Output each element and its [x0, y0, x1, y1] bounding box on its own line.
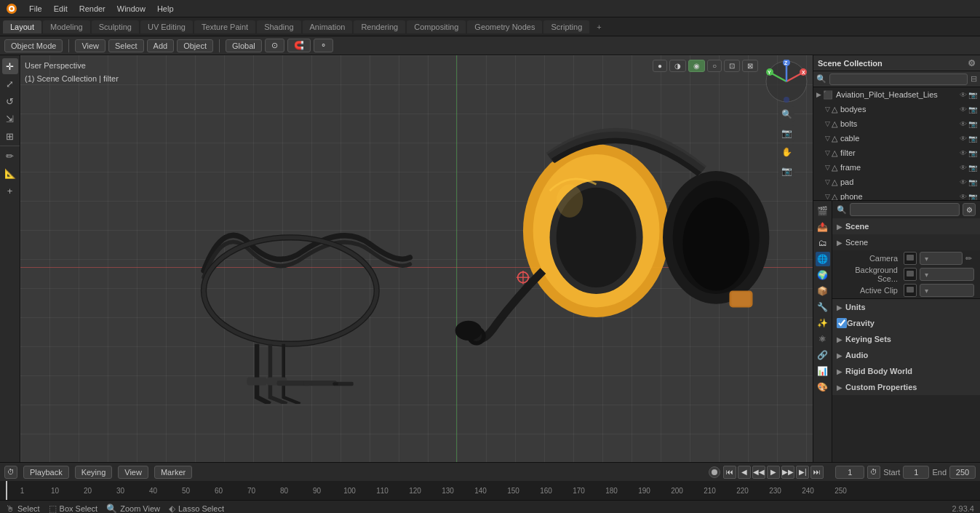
- render-icon[interactable]: 📷: [968, 149, 977, 157]
- prop-world-tab[interactable]: 🌍: [816, 268, 830, 282]
- gravity-checkbox[interactable]: [837, 318, 847, 328]
- tab-layout[interactable]: Layout: [3, 20, 41, 33]
- tab-animation[interactable]: Animation: [303, 20, 353, 33]
- add-tool[interactable]: +: [2, 183, 18, 199]
- camera-snap-btn[interactable]: 📷: [778, 163, 794, 179]
- render-icon[interactable]: 📷: [968, 178, 977, 186]
- prop-material-tab[interactable]: 🎨: [816, 380, 830, 394]
- record-btn[interactable]: [709, 466, 720, 478]
- tab-texture-paint[interactable]: Texture Paint: [194, 20, 255, 33]
- play-btn[interactable]: ▶: [767, 466, 780, 479]
- menu-window[interactable]: Window: [111, 3, 151, 15]
- properties-search-input[interactable]: [850, 203, 960, 216]
- end-frame-input[interactable]: 250: [949, 466, 976, 479]
- viewport-3d[interactable]: User Perspective (1) Scene Collection | …: [20, 55, 813, 462]
- add-workspace-button[interactable]: +: [591, 20, 607, 33]
- outliner-item-root[interactable]: ▶ ⬛ Aviation_Pilot_Headset_Lies 👁 📷: [813, 87, 980, 102]
- object-mode-dropdown[interactable]: Object Mode: [4, 39, 63, 52]
- outliner-item-bolts[interactable]: ▽ △ bolts 👁 📷: [813, 116, 980, 131]
- playback-menu[interactable]: Playback: [23, 466, 69, 479]
- prop-output-tab[interactable]: 📤: [816, 220, 830, 234]
- shading-solid-btn[interactable]: ◉: [688, 60, 705, 72]
- camera-edit-btn[interactable]: ✏: [963, 252, 974, 264]
- visibility-icon[interactable]: 👁: [960, 164, 967, 172]
- menu-file[interactable]: File: [23, 3, 48, 15]
- outliner-search-input[interactable]: [829, 73, 968, 85]
- custom-props-section-header[interactable]: ▶ Custom Properties: [832, 379, 980, 395]
- jump-end-btn[interactable]: ⏭: [810, 466, 824, 479]
- measure-tool[interactable]: 📐: [2, 165, 18, 181]
- tab-compositing[interactable]: Compositing: [407, 20, 466, 33]
- prop-view-layer-tab[interactable]: 🗂: [816, 236, 830, 250]
- filter-icon[interactable]: ⊟: [971, 74, 977, 84]
- play-fwd-btn[interactable]: ▶▶: [781, 466, 794, 479]
- object-menu[interactable]: Object: [177, 39, 213, 52]
- audio-section-header[interactable]: ▶ Audio: [832, 347, 980, 363]
- prop-data-tab[interactable]: 📊: [816, 364, 830, 378]
- keying-menu[interactable]: Keying: [75, 466, 113, 479]
- menu-help[interactable]: Help: [151, 3, 180, 15]
- keying-sets-section-header[interactable]: ▶ Keying Sets: [832, 331, 980, 347]
- shading-material-btn[interactable]: ◑: [669, 60, 686, 72]
- cursor-tool[interactable]: ✛: [2, 58, 18, 74]
- prop-render-tab[interactable]: 🎬: [816, 204, 830, 218]
- jump-start-btn[interactable]: ⏮: [723, 466, 736, 479]
- render-icon[interactable]: 📷: [968, 120, 977, 128]
- visibility-icon[interactable]: 👁: [960, 178, 967, 186]
- shading-wireframe-btn[interactable]: ○: [707, 60, 722, 72]
- camera-view-btn[interactable]: 📷: [778, 125, 794, 141]
- start-frame-input[interactable]: 1: [903, 466, 929, 479]
- outliner-item-frame[interactable]: ▽ △ frame 👁 📷: [813, 160, 980, 175]
- tab-scripting[interactable]: Scripting: [543, 20, 589, 33]
- prop-constraints-tab[interactable]: 🔗: [816, 348, 830, 362]
- play-back-btn[interactable]: ◀◀: [752, 466, 765, 479]
- render-icon[interactable]: 📷: [968, 164, 977, 172]
- add-menu[interactable]: Add: [147, 39, 175, 52]
- navigation-gizmo[interactable]: X Y Z: [765, 60, 808, 103]
- menu-render[interactable]: Render: [73, 3, 111, 15]
- hand-btn[interactable]: ✋: [778, 144, 794, 160]
- visibility-icon[interactable]: 👁: [960, 120, 967, 128]
- transform-tool[interactable]: ⊞: [2, 128, 18, 144]
- view-menu[interactable]: View: [75, 39, 105, 52]
- view-menu-tl[interactable]: View: [118, 466, 148, 479]
- rigid-body-section-header[interactable]: ▶ Rigid Body World: [832, 363, 980, 379]
- properties-filter-btn[interactable]: ⚙: [963, 203, 976, 216]
- move-tool[interactable]: ⤢: [2, 76, 18, 92]
- select-menu[interactable]: Select: [108, 39, 144, 52]
- outliner-filter-btn[interactable]: ⚙: [968, 58, 976, 68]
- proportional-edit[interactable]: ⚬: [314, 39, 333, 52]
- tab-modeling[interactable]: Modeling: [43, 20, 90, 33]
- xray-btn[interactable]: ⊠: [742, 60, 758, 72]
- scene-section-header[interactable]: ▶ Scene: [832, 218, 980, 234]
- render-icon[interactable]: 📷: [968, 106, 977, 114]
- prop-particles-tab[interactable]: ✨: [816, 316, 830, 330]
- outliner-item-bodyes[interactable]: ▽ △ bodyes 👁 📷: [813, 102, 980, 116]
- overlay-btn[interactable]: ⊡: [724, 60, 740, 72]
- visibility-icon[interactable]: 👁: [960, 135, 967, 143]
- scale-tool[interactable]: ⇲: [2, 111, 18, 127]
- timeline-editor-type-btn[interactable]: ⏱: [4, 466, 17, 479]
- tab-uv-editing[interactable]: UV Editing: [140, 20, 193, 33]
- prop-object-tab[interactable]: 📦: [816, 284, 830, 298]
- visibility-icon[interactable]: 👁: [960, 106, 967, 114]
- tab-shading[interactable]: Shading: [257, 20, 300, 33]
- frame-clock-btn[interactable]: ⏱: [867, 466, 880, 479]
- prop-modifier-tab[interactable]: 🔧: [816, 300, 830, 314]
- active-clip-dropdown[interactable]: ▾: [920, 284, 974, 297]
- tab-geometry-nodes[interactable]: Geometry Nodes: [467, 20, 542, 33]
- menu-edit[interactable]: Edit: [48, 3, 73, 15]
- camera-dropdown[interactable]: ▾: [920, 252, 963, 265]
- render-icon[interactable]: 📷: [968, 193, 977, 201]
- prev-frame-btn[interactable]: ◀: [738, 466, 751, 479]
- units-section-header[interactable]: ▶ Units: [832, 299, 980, 315]
- transform-global-dropdown[interactable]: Global: [226, 39, 262, 52]
- annotate-tool[interactable]: ✏: [2, 148, 18, 164]
- gravity-section-header[interactable]: Gravity: [832, 315, 980, 331]
- bg-scene-dropdown[interactable]: ▾: [920, 268, 974, 281]
- next-frame-btn[interactable]: ▶|: [796, 466, 809, 479]
- transform-pivot[interactable]: ⊙: [265, 39, 284, 52]
- marker-menu[interactable]: Marker: [154, 466, 192, 479]
- visibility-icon[interactable]: 👁: [960, 193, 967, 201]
- outliner-item-pad[interactable]: ▽ △ pad 👁 📷: [813, 175, 980, 189]
